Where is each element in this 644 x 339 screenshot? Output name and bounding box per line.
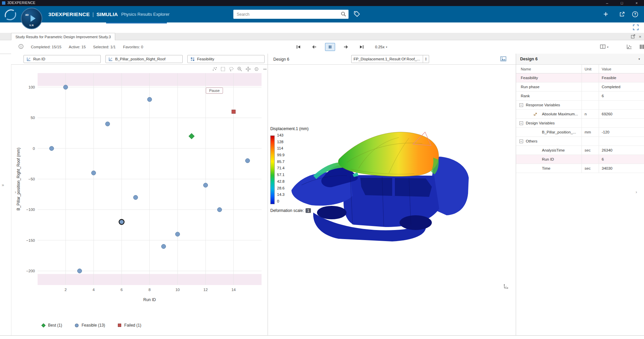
step-forward-button[interactable] — [341, 43, 351, 51]
properties-rows: FeasibilityFeasibleRun phaseCompletedRan… — [516, 73, 644, 173]
scatter-point-feasible[interactable] — [245, 159, 250, 163]
properties-header[interactable]: Design 6 ▾ — [516, 54, 644, 65]
help-icon[interactable]: ? — [632, 11, 638, 19]
share-icon[interactable] — [619, 11, 625, 19]
pan-icon[interactable] — [245, 66, 251, 73]
property-row[interactable]: Timesec34030 — [516, 164, 644, 173]
scatter-plot-icon[interactable] — [627, 44, 632, 51]
property-row[interactable]: Absolute Maximum...n69260 — [516, 110, 644, 119]
zoom-reset-icon[interactable] — [254, 66, 259, 73]
y-tick-label: −200 — [26, 269, 35, 273]
box-select-icon[interactable] — [220, 66, 226, 73]
minimize-button[interactable]: – — [600, 0, 614, 6]
legend-label: Failed (1) — [124, 323, 141, 328]
fullscreen-icon[interactable] — [633, 24, 639, 32]
property-name: AnalysisTime — [542, 148, 565, 152]
car-model-3d[interactable] — [281, 125, 483, 249]
y-tick-label: 50 — [31, 116, 35, 120]
collapse-right-handle-icon[interactable]: › — [636, 190, 637, 194]
legend-item[interactable]: Best (1) — [42, 323, 62, 328]
scatter-point-feasible[interactable] — [63, 85, 68, 90]
scatter-point-feasible[interactable] — [175, 232, 180, 236]
scatter-point-feasible[interactable] — [133, 195, 138, 200]
lasso-select-icon[interactable] — [229, 66, 234, 73]
property-row[interactable]: Rank6 — [516, 92, 644, 101]
property-unit — [582, 92, 599, 100]
close-tab-icon[interactable]: × — [639, 35, 641, 39]
scatter-point-feasible[interactable] — [105, 122, 110, 126]
info-icon[interactable] — [18, 44, 24, 50]
y-axis-title: B_Pillar_position_Right_Roof (mm) — [16, 148, 21, 210]
legend-square-icon — [118, 324, 121, 327]
property-group-row[interactable]: −Design Variables — [516, 119, 644, 128]
layout-split-icon[interactable] — [600, 44, 606, 50]
step-back-button[interactable] — [309, 43, 319, 51]
skip-last-button[interactable] — [357, 43, 367, 51]
parallel-columns-icon[interactable] — [639, 44, 644, 51]
collapse-minus-icon[interactable]: − — [519, 103, 523, 107]
property-group-row[interactable]: −Response Variables — [516, 101, 644, 110]
compass-play-icon — [31, 15, 36, 22]
property-value: Completed — [599, 82, 644, 91]
scatter-point-feasible[interactable] — [217, 208, 222, 212]
search-input[interactable] — [233, 10, 349, 19]
property-name: Run phase — [521, 85, 540, 89]
playback-speed-dropdown[interactable]: 0.25x ▾ — [375, 40, 387, 54]
property-group-row[interactable]: −Others — [516, 137, 644, 146]
app-icon — [2, 1, 5, 5]
chevron-down-icon[interactable]: ▾ — [607, 46, 608, 49]
expand-left-panel-icon[interactable]: » — [2, 183, 4, 187]
color-by-selector[interactable]: Feasibility — [187, 55, 265, 63]
scatter-point-feasible[interactable] — [91, 171, 96, 175]
app-header-bar: 3DEXPERIENCE | SIMULIA Physics Results E… — [0, 6, 644, 22]
legend-item[interactable]: Failed (1) — [118, 323, 141, 328]
property-name: Feasibility — [521, 76, 538, 80]
close-button[interactable]: × — [629, 0, 644, 6]
skip-first-button[interactable] — [293, 43, 304, 51]
scatter-point-feasible[interactable] — [49, 146, 54, 151]
property-name: Absolute Maximum... — [542, 112, 578, 116]
snapshot-image-icon[interactable] — [500, 56, 506, 63]
collapse-minus-icon[interactable]: − — [519, 121, 523, 125]
module-name: Physics Results Explorer — [121, 12, 170, 17]
add-content-icon[interactable]: + — [603, 9, 608, 19]
scatter-point-failed[interactable] — [232, 110, 235, 114]
property-value: Feasible — [599, 73, 644, 82]
tag-icon[interactable] — [353, 10, 361, 19]
property-row[interactable]: Run phaseCompleted — [516, 82, 644, 92]
category-icon — [190, 57, 195, 61]
axis-triad-icon[interactable] — [503, 283, 510, 291]
maximize-button[interactable]: □ — [614, 0, 629, 6]
chevron-down-icon[interactable]: ▾ — [638, 57, 640, 61]
viewport-3d[interactable]: Displacement.1 (mm) 14312811499.985.771.… — [268, 65, 516, 335]
property-row[interactable]: B_Pillar_position_...mm-120 — [516, 128, 644, 137]
scatter-point-best[interactable] — [189, 133, 194, 139]
property-row[interactable]: AnalysisTimesec26340 — [516, 146, 644, 155]
popout-tab-icon[interactable] — [631, 34, 635, 40]
run-statistics: Completed: 15/15Active: 15Selected: 1/1F… — [31, 45, 143, 49]
search-box[interactable] — [233, 10, 349, 19]
dassault-logo — [3, 8, 17, 22]
scatter-point-feasible[interactable] — [147, 97, 152, 102]
property-row[interactable]: Run ID6 — [516, 155, 644, 164]
scatter-point-feasible[interactable] — [78, 269, 82, 273]
collapse-toolbar-icon[interactable] — [262, 66, 268, 73]
scatter-point-feasible[interactable] — [162, 244, 166, 248]
property-row[interactable]: FeasibilityFeasible — [516, 73, 644, 82]
scatter-point-feasible[interactable] — [203, 183, 208, 187]
collapse-left-handle-icon[interactable]: › — [15, 190, 16, 194]
compass-widget[interactable]: 3D V.R — [21, 8, 42, 29]
tab-study-results[interactable]: Study Results for Parametric Design Impr… — [11, 33, 115, 40]
result-plot-dropdown[interactable]: FP_Displacement.1_Result Of Roof_... ▲▼ — [351, 55, 429, 63]
pause-button[interactable] — [325, 43, 335, 51]
zoom-in-icon[interactable] — [237, 66, 242, 73]
y-axis-selector[interactable]: B_Pillar_position_Right_Roof — [105, 55, 183, 63]
legend-item[interactable]: Feasible (13) — [75, 323, 105, 328]
collapse-minus-icon[interactable]: − — [519, 139, 523, 143]
scatter-point-selected[interactable] — [119, 219, 124, 224]
y-axis-label: B_Pillar_position_Right_Roof — [115, 57, 166, 61]
result-stepper[interactable]: ▲▼ — [423, 55, 429, 63]
search-icon[interactable] — [341, 11, 346, 18]
point-select-icon[interactable] — [212, 66, 217, 73]
x-axis-selector[interactable]: Run ID — [24, 55, 101, 63]
